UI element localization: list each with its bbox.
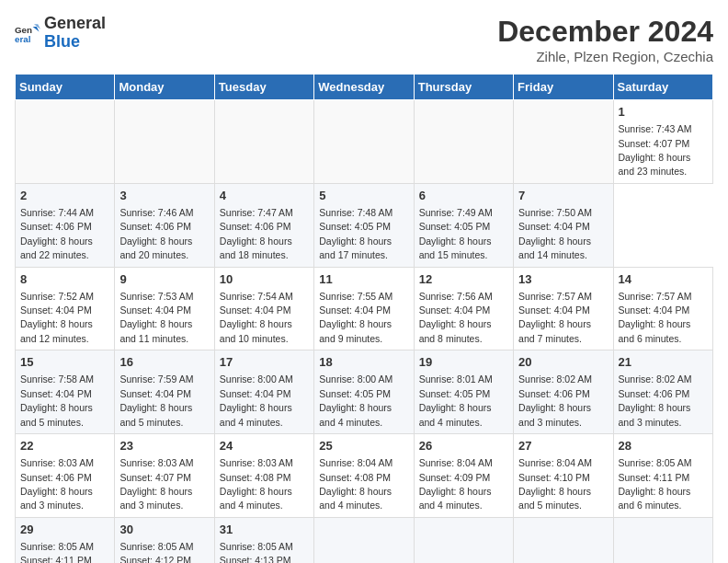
day-info: Sunrise: 7:59 AMSunset: 4:04 PMDaylight:…: [119, 373, 193, 427]
day-info: Sunrise: 8:02 AMSunset: 4:06 PMDaylight:…: [619, 373, 692, 427]
logo-general: General: [44, 14, 106, 32]
calendar-cell: [613, 517, 712, 563]
logo-blue: Blue: [44, 32, 80, 51]
day-number: 10: [220, 271, 309, 288]
day-info: Sunrise: 7:44 AMSunset: 4:06 PMDaylight:…: [20, 207, 94, 260]
calendar-cell: 6 Sunrise: 7:49 AMSunset: 4:05 PMDayligh…: [414, 183, 513, 267]
calendar-week-0: 1 Sunrise: 7:43 AMSunset: 4:07 PMDayligh…: [16, 100, 713, 184]
day-info: Sunrise: 7:49 AMSunset: 4:05 PMDaylight:…: [419, 207, 493, 260]
calendar-cell: 11 Sunrise: 7:55 AMSunset: 4:04 PMDaylig…: [314, 267, 414, 350]
calendar-cell: 24 Sunrise: 8:03 AMSunset: 4:08 PMDaylig…: [214, 434, 313, 518]
calendar-cell: 25 Sunrise: 8:04 AMSunset: 4:08 PMDaylig…: [314, 434, 414, 518]
calendar-cell: 1 Sunrise: 7:43 AMSunset: 4:07 PMDayligh…: [613, 100, 712, 184]
day-info: Sunrise: 7:53 AMSunset: 4:04 PMDaylight:…: [119, 291, 193, 344]
calendar-week-1: 2 Sunrise: 7:44 AMSunset: 4:06 PMDayligh…: [16, 183, 713, 267]
day-number: 8: [20, 271, 109, 288]
day-number: 27: [518, 438, 608, 454]
calendar-cell: 7 Sunrise: 7:50 AMSunset: 4:04 PMDayligh…: [514, 183, 613, 267]
day-number: 20: [518, 354, 608, 371]
day-header-saturday: Saturday: [613, 75, 712, 100]
calendar-header-row: SundayMondayTuesdayWednesdayThursdayFrid…: [16, 75, 713, 100]
day-info: Sunrise: 8:03 AMSunset: 4:07 PMDaylight:…: [119, 457, 193, 511]
day-header-tuesday: Tuesday: [214, 75, 313, 100]
day-info: Sunrise: 8:03 AMSunset: 4:08 PMDaylight:…: [220, 457, 293, 511]
calendar-cell: [514, 517, 613, 563]
calendar-cell: 18 Sunrise: 8:00 AMSunset: 4:05 PMDaylig…: [314, 350, 414, 434]
calendar-cell: 9 Sunrise: 7:53 AMSunset: 4:04 PMDayligh…: [115, 267, 214, 350]
calendar-cell: 13 Sunrise: 7:57 AMSunset: 4:04 PMDaylig…: [514, 267, 613, 350]
calendar-cell: [314, 517, 414, 563]
day-info: Sunrise: 7:56 AMSunset: 4:04 PMDaylight:…: [419, 291, 493, 344]
day-number: 15: [20, 354, 109, 371]
location: Zihle, Plzen Region, Czechia: [497, 49, 713, 64]
calendar-cell: 20 Sunrise: 8:02 AMSunset: 4:06 PMDaylig…: [514, 350, 613, 434]
day-info: Sunrise: 8:00 AMSunset: 4:05 PMDaylight:…: [319, 373, 392, 427]
calendar-week-2: 8 Sunrise: 7:52 AMSunset: 4:04 PMDayligh…: [16, 267, 713, 350]
calendar-cell: 31 Sunrise: 8:05 AMSunset: 4:13 PMDaylig…: [214, 517, 313, 563]
day-number: 3: [119, 188, 209, 204]
day-number: 29: [20, 522, 109, 538]
day-info: Sunrise: 7:55 AMSunset: 4:04 PMDaylight:…: [319, 291, 392, 344]
calendar-cell: 16 Sunrise: 7:59 AMSunset: 4:04 PMDaylig…: [115, 350, 214, 434]
calendar-cell: [214, 100, 313, 184]
calendar-cell: 27 Sunrise: 8:04 AMSunset: 4:10 PMDaylig…: [514, 434, 613, 518]
day-number: 22: [20, 438, 109, 454]
day-number: 21: [619, 354, 708, 371]
day-number: 23: [119, 438, 209, 454]
day-header-thursday: Thursday: [414, 75, 513, 100]
calendar-table: SundayMondayTuesdayWednesdayThursdayFrid…: [15, 74, 713, 563]
calendar-cell: 4 Sunrise: 7:47 AMSunset: 4:06 PMDayligh…: [214, 183, 313, 267]
day-number: 11: [319, 271, 408, 288]
calendar-cell: [514, 100, 613, 184]
day-info: Sunrise: 8:01 AMSunset: 4:05 PMDaylight:…: [419, 373, 493, 427]
day-number: 26: [419, 438, 508, 454]
calendar-cell: [414, 517, 513, 563]
calendar-cell: 28 Sunrise: 8:05 AMSunset: 4:11 PMDaylig…: [613, 434, 712, 518]
calendar-cell: 2 Sunrise: 7:44 AMSunset: 4:06 PMDayligh…: [16, 183, 115, 267]
day-number: 25: [319, 438, 408, 454]
day-number: 16: [119, 354, 209, 371]
header: Gen eral General Blue December 2024 Zihl…: [15, 15, 713, 64]
day-number: 31: [220, 522, 309, 538]
calendar-body: 1 Sunrise: 7:43 AMSunset: 4:07 PMDayligh…: [16, 100, 713, 564]
calendar-cell: [314, 100, 414, 184]
calendar-cell: 26 Sunrise: 8:04 AMSunset: 4:09 PMDaylig…: [414, 434, 513, 518]
day-number: 1: [619, 104, 708, 121]
day-number: 2: [20, 188, 109, 204]
day-info: Sunrise: 7:46 AMSunset: 4:06 PMDaylight:…: [119, 207, 193, 260]
day-number: 12: [419, 271, 508, 288]
calendar-cell: 30 Sunrise: 8:05 AMSunset: 4:12 PMDaylig…: [115, 517, 214, 563]
calendar-cell: 19 Sunrise: 8:01 AMSunset: 4:05 PMDaylig…: [414, 350, 513, 434]
day-info: Sunrise: 8:05 AMSunset: 4:13 PMDaylight:…: [220, 541, 293, 563]
calendar-week-5: 29 Sunrise: 8:05 AMSunset: 4:11 PMDaylig…: [16, 517, 713, 563]
logo-icon: Gen eral: [15, 20, 40, 46]
calendar-cell: 21 Sunrise: 8:02 AMSunset: 4:06 PMDaylig…: [613, 350, 712, 434]
title-area: December 2024 Zihle, Plzen Region, Czech…: [497, 15, 713, 64]
day-info: Sunrise: 8:05 AMSunset: 4:11 PMDaylight:…: [20, 541, 94, 563]
calendar-week-4: 22 Sunrise: 8:03 AMSunset: 4:06 PMDaylig…: [16, 434, 713, 518]
svg-text:eral: eral: [15, 34, 31, 44]
day-info: Sunrise: 7:58 AMSunset: 4:04 PMDaylight:…: [20, 373, 94, 427]
day-info: Sunrise: 8:00 AMSunset: 4:04 PMDaylight:…: [220, 373, 293, 427]
calendar-cell: 3 Sunrise: 7:46 AMSunset: 4:06 PMDayligh…: [115, 183, 214, 267]
day-info: Sunrise: 7:47 AMSunset: 4:06 PMDaylight:…: [220, 207, 293, 260]
day-number: 19: [419, 354, 508, 371]
calendar-cell: [115, 100, 214, 184]
day-info: Sunrise: 7:52 AMSunset: 4:04 PMDaylight:…: [20, 291, 94, 344]
day-number: 13: [518, 271, 608, 288]
calendar-cell: 10 Sunrise: 7:54 AMSunset: 4:04 PMDaylig…: [214, 267, 313, 350]
day-number: 30: [119, 522, 209, 538]
day-number: 18: [319, 354, 408, 371]
day-info: Sunrise: 8:03 AMSunset: 4:06 PMDaylight:…: [20, 457, 94, 511]
day-info: Sunrise: 7:57 AMSunset: 4:04 PMDaylight:…: [518, 291, 592, 344]
day-number: 14: [619, 271, 708, 288]
day-number: 28: [619, 438, 708, 454]
day-number: 24: [220, 438, 309, 454]
calendar-cell: 22 Sunrise: 8:03 AMSunset: 4:06 PMDaylig…: [16, 434, 115, 518]
calendar-cell: 12 Sunrise: 7:56 AMSunset: 4:04 PMDaylig…: [414, 267, 513, 350]
day-info: Sunrise: 7:50 AMSunset: 4:04 PMDaylight:…: [518, 207, 592, 260]
day-info: Sunrise: 7:54 AMSunset: 4:04 PMDaylight:…: [220, 291, 293, 344]
day-header-monday: Monday: [115, 75, 214, 100]
day-info: Sunrise: 8:05 AMSunset: 4:11 PMDaylight:…: [619, 457, 692, 511]
calendar-cell: [414, 100, 513, 184]
